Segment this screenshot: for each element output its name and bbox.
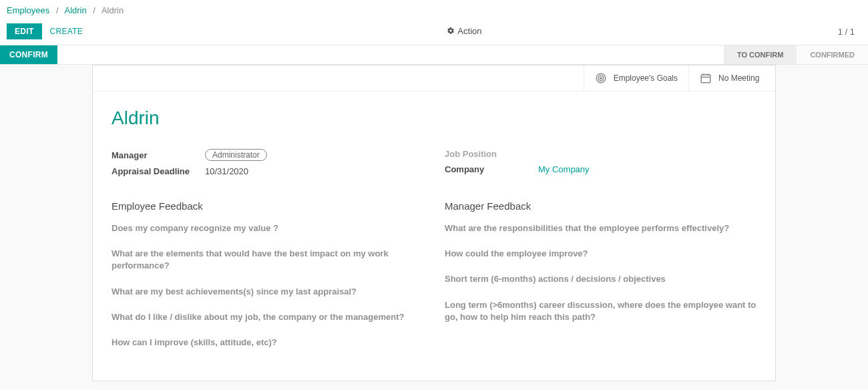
employee-feedback-q4: How can I improve (skills, attitude, etc… [112, 337, 423, 349]
edit-button[interactable]: EDIT [7, 23, 42, 39]
manager-feedback-q2: Short term (6-months) actions / decision… [445, 273, 756, 285]
status-bar: CONFIRM TO CONFIRM CONFIRMED [0, 45, 868, 65]
svg-point-2 [600, 77, 602, 79]
stat-label: No Meeting [718, 73, 759, 83]
manager-label: Manager [112, 150, 205, 160]
position-label: Job Position [445, 149, 538, 159]
breadcrumb: Employees / Aldrin / Aldrin [0, 0, 868, 18]
breadcrumb-mid[interactable]: Aldrin [64, 5, 86, 15]
svg-rect-3 [701, 75, 710, 83]
employee-feedback-q0: Does my company recognize my value ? [112, 222, 423, 234]
manager-feedback-q1: How could the employee improve? [445, 248, 756, 260]
company-label: Company [445, 164, 538, 174]
field-company: Company My Company [445, 164, 756, 174]
manager-value[interactable]: Administrator [205, 149, 267, 161]
company-value[interactable]: My Company [538, 164, 590, 174]
deadline-label: Appraisal Deadline [112, 166, 205, 176]
field-position: Job Position [445, 149, 756, 159]
button-box: Employee's Goals No Meeting [93, 65, 775, 91]
status-stages: TO CONFIRM CONFIRMED [724, 45, 868, 64]
sheet-body: Aldrin Manager Administrator Appraisal D… [93, 91, 775, 381]
field-deadline: Appraisal Deadline 10/31/2020 [112, 166, 423, 176]
field-manager: Manager Administrator [112, 149, 423, 161]
page-wrap: Employee's Goals No Meeting Aldrin Manag… [0, 65, 868, 390]
stage-confirmed[interactable]: CONFIRMED [797, 45, 868, 64]
employee-feedback-q3: What do I like / dislike about my job, t… [112, 311, 423, 323]
fields-row: Manager Administrator Appraisal Deadline… [112, 149, 756, 182]
gear-icon [447, 27, 455, 35]
record-title: Aldrin [112, 108, 756, 129]
employee-feedback-title: Employee Feedback [112, 200, 423, 212]
manager-feedback-q0: What are the responsibilities that the e… [445, 222, 756, 234]
calendar-icon [700, 72, 712, 84]
pager[interactable]: 1 / 1 [838, 27, 861, 37]
control-bar: EDIT CREATE Action 1 / 1 [0, 18, 868, 45]
no-meeting-button[interactable]: No Meeting [688, 65, 775, 91]
manager-feedback-q3: Long term (>6months) career discussion, … [445, 299, 756, 323]
stat-label: Employee's Goals [614, 73, 678, 83]
confirm-button[interactable]: CONFIRM [0, 45, 57, 64]
create-button[interactable]: CREATE [42, 23, 91, 39]
feedback-row: Employee Feedback Does my company recogn… [112, 200, 756, 362]
target-icon [595, 72, 607, 84]
employee-feedback-col: Employee Feedback Does my company recogn… [112, 200, 423, 362]
employee-feedback-q2: What are my best achievements(s) since m… [112, 286, 423, 298]
employees-goals-button[interactable]: Employee's Goals [584, 65, 688, 91]
form-sheet: Employee's Goals No Meeting Aldrin Manag… [92, 65, 776, 381]
breadcrumb-current: Aldrin [101, 5, 124, 15]
status-spacer [57, 45, 724, 64]
employee-feedback-q1: What are the elements that would have th… [112, 248, 423, 272]
manager-feedback-col: Manager Feedback What are the responsibi… [445, 200, 756, 362]
action-dropdown[interactable]: Action [447, 26, 481, 36]
manager-feedback-title: Manager Feedback [445, 200, 756, 212]
field-group-right: Job Position Company My Company [445, 149, 756, 182]
action-center: Action [91, 26, 838, 37]
breadcrumb-separator: / [93, 5, 95, 15]
deadline-value: 10/31/2020 [205, 166, 248, 176]
stage-to-confirm[interactable]: TO CONFIRM [724, 45, 797, 64]
breadcrumb-root[interactable]: Employees [7, 5, 49, 15]
field-group-left: Manager Administrator Appraisal Deadline… [112, 149, 423, 182]
action-label: Action [457, 26, 481, 36]
breadcrumb-separator: / [56, 5, 59, 15]
